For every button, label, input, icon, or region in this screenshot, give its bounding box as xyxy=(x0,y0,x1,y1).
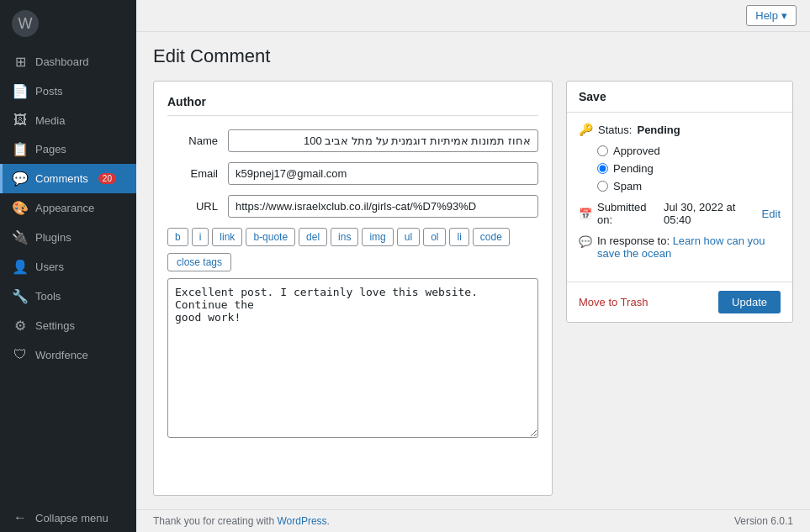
radio-approved-label: Approved xyxy=(613,145,660,157)
help-label: Help xyxy=(755,9,778,22)
wordpress-logo-icon: W xyxy=(12,10,39,37)
help-button[interactable]: Help ▾ xyxy=(746,5,797,26)
wordfence-icon: 🛡 xyxy=(12,347,29,362)
save-box-content: 🔑 Status: Pending Approved Pending Spam … xyxy=(567,113,792,282)
save-box-title: Save xyxy=(567,82,792,113)
radio-pending: Pending xyxy=(597,162,781,175)
content-area: Edit Comment Author Name Email URL xyxy=(136,32,810,509)
toolbar-b-quote-button[interactable]: b-quote xyxy=(246,228,295,246)
toolbar-img-button[interactable]: img xyxy=(362,228,393,246)
footer: Thank you for creating with WordPress. V… xyxy=(136,509,810,532)
editor-toolbar: bilinkb-quotedelinsimgulollicode xyxy=(167,228,538,246)
page-title: Edit Comment xyxy=(153,45,793,67)
toolbar-i-button[interactable]: i xyxy=(192,228,209,246)
users-icon: 👤 xyxy=(12,259,29,275)
radio-approved-input[interactable] xyxy=(597,145,608,156)
status-radio-group: Approved Pending Spam xyxy=(579,145,781,192)
settings-icon: ⚙ xyxy=(12,318,29,334)
close-tags-button[interactable]: close tags xyxy=(167,253,231,271)
comments-badge: 20 xyxy=(98,173,116,184)
chevron-down-icon: ▾ xyxy=(781,9,787,22)
sidebar-item-posts[interactable]: 📄 Posts xyxy=(0,76,136,106)
side-panel: Save 🔑 Status: Pending Approved Pending … xyxy=(566,81,793,496)
sidebar-item-tools[interactable]: 🔧 Tools xyxy=(0,282,136,311)
appearance-label: Appearance xyxy=(35,202,94,214)
submitted-label: Submitted on: xyxy=(597,201,659,226)
toolbar-ol-button[interactable]: ol xyxy=(423,228,446,246)
toolbar-del-button[interactable]: del xyxy=(299,228,327,246)
sidebar: W ⊞ Dashboard 📄 Posts 🖼 Media 📋 Pages 💬 … xyxy=(0,0,136,532)
author-section-title: Author xyxy=(167,95,538,116)
footer-wordpress-link[interactable]: WordPress xyxy=(277,515,326,527)
radio-pending-label: Pending xyxy=(613,162,654,175)
save-box: Save 🔑 Status: Pending Approved Pending … xyxy=(566,81,793,323)
edit-layout: Author Name Email URL bilinkb-quotedelin… xyxy=(153,81,793,496)
toolbar-link-button[interactable]: link xyxy=(212,228,242,246)
toolbar-ins-button[interactable]: ins xyxy=(331,228,358,246)
collapse-label: Collapse menu xyxy=(35,512,109,524)
media-icon: 🖼 xyxy=(12,113,29,128)
name-input[interactable] xyxy=(228,129,538,152)
url-label: URL xyxy=(167,200,218,213)
footer-thank-you-text: Thank you for creating with xyxy=(153,515,274,527)
author-box: Author Name Email URL bilinkb-quotedelin… xyxy=(153,81,553,496)
sidebar-item-wordfence[interactable]: 🛡 Wordfence xyxy=(0,340,136,369)
sidebar-item-comments[interactable]: 💬 Comments 20 xyxy=(0,164,136,193)
radio-pending-input[interactable] xyxy=(597,163,608,174)
sidebar-logo: W xyxy=(0,0,136,47)
sidebar-item-collapse[interactable]: ← Collapse menu xyxy=(0,503,136,532)
toolbar-li-button[interactable]: li xyxy=(449,228,469,246)
collapse-icon: ← xyxy=(12,510,29,525)
name-label: Name xyxy=(167,134,218,147)
response-row: 💬 In response to: Learn how can you save… xyxy=(579,234,781,260)
move-to-trash-link[interactable]: Move to Trash xyxy=(579,296,648,308)
url-input[interactable] xyxy=(228,195,538,218)
submitted-row: 📅 Submitted on: Jul 30, 2022 at 05:40 Ed… xyxy=(579,201,781,226)
key-icon: 🔑 xyxy=(579,123,593,136)
appearance-icon: 🎨 xyxy=(12,200,29,216)
footer-thank-you: Thank you for creating with WordPress. xyxy=(153,515,330,527)
tools-label: Tools xyxy=(35,290,61,303)
main-area: Help ▾ Edit Comment Author Name Email UR… xyxy=(136,0,810,532)
settings-label: Settings xyxy=(35,319,75,332)
plugins-label: Plugins xyxy=(35,231,71,244)
sidebar-item-pages[interactable]: 📋 Pages xyxy=(0,134,136,164)
response-icon: 💬 xyxy=(579,235,592,248)
sidebar-item-media[interactable]: 🖼 Media xyxy=(0,106,136,134)
posts-label: Posts xyxy=(35,85,63,97)
dashboard-label: Dashboard xyxy=(35,55,89,68)
toolbar-ul-button[interactable]: ul xyxy=(397,228,420,246)
sidebar-item-plugins[interactable]: 🔌 Plugins xyxy=(0,223,136,252)
status-value: Pending xyxy=(637,124,680,136)
toolbar-b-button[interactable]: b xyxy=(167,228,188,246)
radio-spam: Spam xyxy=(597,180,781,192)
toolbar-code-button[interactable]: code xyxy=(473,228,510,246)
comment-textarea[interactable] xyxy=(167,278,538,438)
radio-spam-input[interactable] xyxy=(597,181,608,192)
update-button[interactable]: Update xyxy=(718,291,781,313)
radio-spam-label: Spam xyxy=(613,180,642,192)
users-label: Users xyxy=(35,261,64,273)
email-row: Email xyxy=(167,162,538,185)
pages-icon: 📋 xyxy=(12,141,29,157)
footer-version: Version 6.0.1 xyxy=(734,515,793,527)
email-input[interactable] xyxy=(228,162,538,185)
pages-label: Pages xyxy=(35,143,66,155)
wordfence-label: Wordfence xyxy=(35,349,88,361)
save-box-footer: Move to Trash Update xyxy=(567,282,792,322)
submitted-edit-link[interactable]: Edit xyxy=(762,208,781,220)
name-row: Name xyxy=(167,129,538,152)
topbar: Help ▾ xyxy=(136,0,810,32)
response-prefix: In response to: Learn how can you save t… xyxy=(597,234,781,260)
sidebar-item-dashboard[interactable]: ⊞ Dashboard xyxy=(0,47,136,76)
sidebar-item-appearance[interactable]: 🎨 Appearance xyxy=(0,193,136,223)
media-label: Media xyxy=(35,114,65,127)
sidebar-item-settings[interactable]: ⚙ Settings xyxy=(0,311,136,340)
status-row: 🔑 Status: Pending xyxy=(579,123,781,136)
sidebar-item-users[interactable]: 👤 Users xyxy=(0,252,136,282)
status-label: Status: xyxy=(598,124,632,136)
dashboard-icon: ⊞ xyxy=(12,54,29,70)
plugins-icon: 🔌 xyxy=(12,229,29,245)
radio-approved: Approved xyxy=(597,145,781,157)
calendar-icon: 📅 xyxy=(579,208,592,220)
